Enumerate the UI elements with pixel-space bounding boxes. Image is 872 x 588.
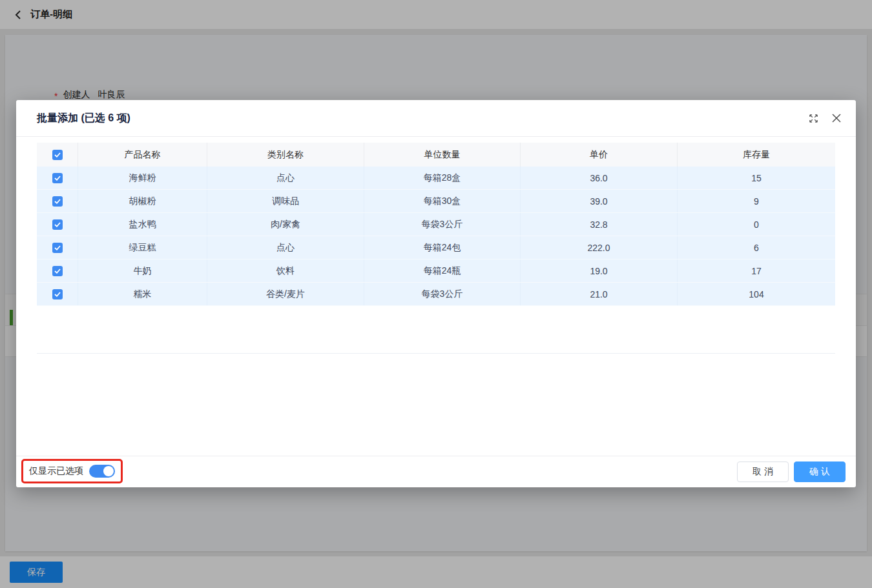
check-icon	[54, 245, 61, 250]
row-checkbox[interactable]	[52, 173, 63, 183]
product-name: 糯米	[78, 283, 207, 305]
product-name: 胡椒粉	[78, 190, 207, 212]
select-all-checkbox[interactable]	[52, 150, 63, 160]
modal-header: 批量添加 (已选 6 项)	[16, 100, 856, 137]
unit-quantity: 每袋3公斤	[364, 213, 521, 236]
fullscreen-icon	[809, 114, 818, 123]
stock: 17	[678, 259, 835, 282]
unit-price: 39.0	[521, 190, 678, 212]
stock: 104	[678, 283, 835, 305]
category-name: 点心	[207, 167, 364, 189]
unit-quantity: 每箱24瓶	[364, 259, 521, 282]
column-header: 库存量	[678, 143, 835, 167]
unit-quantity: 每袋3公斤	[364, 283, 521, 305]
stock: 9	[678, 190, 835, 212]
product-name: 牛奶	[78, 259, 207, 282]
product-name: 盐水鸭	[78, 213, 207, 236]
column-header: 单价	[521, 143, 678, 167]
category-name: 饮料	[207, 259, 364, 282]
check-icon	[54, 176, 61, 181]
row-checkbox[interactable]	[52, 266, 63, 276]
row-checkbox[interactable]	[52, 243, 63, 253]
only-selected-toggle-label: 仅显示已选项	[29, 465, 83, 477]
product-name: 海鲜粉	[78, 167, 207, 189]
category-name: 谷类/麦片	[207, 283, 364, 305]
unit-price: 222.0	[521, 236, 678, 259]
check-icon	[54, 152, 61, 157]
toggle-knob	[103, 466, 114, 476]
only-selected-toggle[interactable]	[89, 465, 115, 478]
table-row[interactable]: 绿豆糕 点心 每箱24包 222.0 6	[37, 236, 835, 259]
unit-quantity: 每箱30盒	[364, 190, 521, 212]
check-icon	[54, 269, 61, 274]
category-name: 点心	[207, 236, 364, 259]
confirm-button[interactable]: 确 认	[794, 461, 846, 482]
column-header: 单位数量	[364, 143, 521, 167]
column-header: 类别名称	[207, 143, 364, 167]
products-table: 产品名称 类别名称 单位数量 单价 库存量 海鲜粉 点心 每箱28盒 36.0 …	[37, 143, 835, 354]
check-icon	[54, 222, 61, 227]
row-checkbox[interactable]	[52, 289, 63, 299]
close-icon	[832, 114, 841, 123]
category-name: 肉/家禽	[207, 213, 364, 236]
unit-price: 36.0	[521, 167, 678, 189]
fullscreen-button[interactable]	[808, 113, 818, 123]
table-header-row: 产品名称 类别名称 单位数量 单价 库存量	[37, 143, 835, 167]
modal-footer: 仅显示已选项 取 消 确 认	[16, 456, 856, 487]
modal-title: 批量添加 (已选 6 项)	[37, 112, 130, 125]
table-row[interactable]: 糯米 谷类/麦片 每袋3公斤 21.0 104	[37, 283, 835, 306]
unit-quantity: 每箱24包	[364, 236, 521, 259]
table-empty-area	[37, 306, 835, 354]
unit-price: 32.8	[521, 213, 678, 236]
unit-price: 21.0	[521, 283, 678, 305]
product-name: 绿豆糕	[78, 236, 207, 259]
stock: 0	[678, 213, 835, 236]
check-icon	[54, 292, 61, 297]
close-button[interactable]	[831, 113, 842, 123]
unit-quantity: 每箱28盒	[364, 167, 521, 189]
unit-price: 19.0	[521, 259, 678, 282]
stock: 6	[678, 236, 835, 259]
table-row[interactable]: 盐水鸭 肉/家禽 每袋3公斤 32.8 0	[37, 213, 835, 236]
row-checkbox[interactable]	[52, 219, 63, 230]
annotation-highlight-box: 仅显示已选项	[21, 459, 123, 483]
batch-add-modal: 批量添加 (已选 6 项) 产品名称 类别名称 单位数量 单价 库存量 海鲜粉 …	[16, 100, 856, 487]
table-row[interactable]: 海鲜粉 点心 每箱28盒 36.0 15	[37, 167, 835, 190]
cancel-button[interactable]: 取 消	[737, 461, 789, 482]
category-name: 调味品	[207, 190, 364, 212]
column-header: 产品名称	[78, 143, 207, 167]
row-checkbox[interactable]	[52, 196, 63, 207]
table-row[interactable]: 牛奶 饮料 每箱24瓶 19.0 17	[37, 259, 835, 283]
table-row[interactable]: 胡椒粉 调味品 每箱30盒 39.0 9	[37, 190, 835, 213]
screen: 订单-明细 * 创建人 叶良辰 客户 坦森行贸易 *订购日期 2024-04-1…	[0, 0, 872, 588]
stock: 15	[678, 167, 835, 189]
check-icon	[54, 199, 61, 204]
